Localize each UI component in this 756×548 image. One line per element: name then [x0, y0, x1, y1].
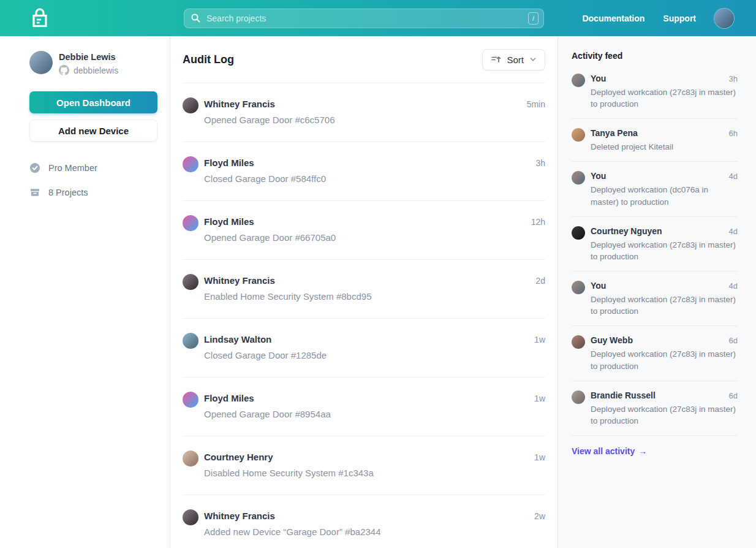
sort-button[interactable]: Sort	[482, 49, 545, 70]
activity-feed-row[interactable]: Brandie Russell 6d Deployed workcation (…	[572, 381, 738, 436]
view-all-activity-link[interactable]: View all activity →	[572, 446, 647, 456]
audit-action-text: Opened Garage Door #c6c5706	[204, 115, 545, 125]
sort-icon	[491, 55, 501, 64]
activity-user-name: Guy Webb	[591, 335, 633, 345]
activity-user-avatar	[572, 171, 585, 185]
audit-log-row[interactable]: Floyd Miles 12h Opened Garage Door #6670…	[183, 201, 545, 260]
audit-user-avatar	[183, 97, 198, 113]
user-name: Debbie Lewis	[59, 51, 118, 62]
archive-icon	[29, 187, 40, 198]
audit-log-panel: Audit Log Sort	[170, 36, 558, 548]
user-handle: debbielewis	[74, 66, 118, 75]
activity-feed-list: You 3h Deployed workcation (27c83j in ma…	[572, 64, 738, 436]
audit-log-row[interactable]: Whitney Francis 5min Opened Garage Door …	[183, 83, 545, 142]
audit-log-row[interactable]: Floyd Miles 3h Closed Garage Door #584ff…	[183, 142, 545, 201]
activity-action-text: Deleted project Kitetail	[591, 141, 738, 153]
header-user-avatar[interactable]	[714, 9, 734, 28]
activity-action-text: Deployed workcation (27c83j in master) t…	[591, 348, 738, 371]
nav-documentation-link[interactable]: Documentation	[582, 13, 644, 23]
badge-check-icon	[29, 162, 40, 173]
audit-user-name: Floyd Miles	[204, 216, 254, 227]
chevron-down-icon	[529, 56, 537, 63]
audit-user-name: Lindsay Walton	[204, 334, 271, 344]
audit-timestamp: 2w	[534, 511, 545, 521]
audit-action-text: Closed Garage Door #1285de	[204, 350, 545, 360]
activity-action-text: Deployed workcation (27c83j in master) t…	[591, 86, 738, 110]
search-bar: /	[184, 9, 544, 28]
activity-user-name: Tanya Pena	[591, 128, 638, 138]
audit-user-avatar	[183, 156, 198, 172]
app-logo[interactable]	[31, 7, 49, 29]
github-icon	[59, 65, 69, 75]
audit-user-name: Courtney Henry	[204, 452, 273, 462]
activity-feed-row[interactable]: You 4d Deployed workcation (dc076a in ma…	[572, 162, 738, 216]
audit-timestamp: 1w	[534, 394, 545, 403]
audit-user-avatar	[183, 274, 198, 290]
audit-user-name: Whitney Francis	[204, 511, 275, 521]
top-nav: Documentation Support	[582, 9, 734, 28]
audit-action-text: Added new Device “Garage Door” #ba2344	[204, 527, 545, 537]
lock-icon	[31, 7, 49, 29]
audit-timestamp: 1w	[534, 452, 545, 462]
nav-support-link[interactable]: Support	[663, 13, 696, 23]
activity-timestamp: 6h	[729, 129, 738, 138]
membership-label: Pro Member	[48, 163, 97, 173]
activity-timestamp: 6d	[729, 391, 738, 400]
audit-timestamp: 12h	[531, 217, 545, 227]
activity-action-text: Deployed workcation (27c83j in master) t…	[591, 403, 738, 427]
activity-timestamp: 3h	[729, 74, 738, 83]
left-sidebar: Debbie Lewis debbielewis Open Dashboard …	[0, 36, 170, 548]
audit-user-name: Whitney Francis	[204, 275, 275, 286]
activity-user-avatar	[572, 281, 585, 294]
audit-timestamp: 1w	[534, 335, 545, 344]
view-all-label: View all activity	[572, 446, 635, 456]
activity-user-avatar	[572, 390, 585, 404]
activity-feed-row[interactable]: You 4d Deployed workcation (27c83j in ma…	[572, 272, 738, 326]
audit-log-list: Whitney Francis 5min Opened Garage Door …	[183, 83, 545, 548]
user-profile: Debbie Lewis debbielewis	[29, 51, 157, 75]
activity-timestamp: 4d	[729, 172, 738, 181]
audit-action-text: Opened Garage Door #66705a0	[204, 232, 545, 243]
activity-timestamp: 6d	[729, 336, 738, 345]
activity-feed-row[interactable]: You 3h Deployed workcation (27c83j in ma…	[572, 64, 738, 119]
activity-timestamp: 4d	[729, 227, 738, 236]
audit-timestamp: 3h	[535, 158, 545, 168]
activity-user-name: You	[591, 171, 606, 181]
audit-log-row[interactable]: Whitney Francis 2d Enabled Home Security…	[183, 260, 545, 319]
search-shortcut-key: /	[528, 12, 539, 25]
audit-user-avatar	[183, 215, 198, 231]
audit-action-text: Disabled Home Security System #1c343a	[204, 468, 545, 478]
projects-label: 8 Projects	[48, 188, 88, 197]
projects-count: 8 Projects	[29, 187, 157, 198]
add-new-device-button[interactable]: Add new Device	[29, 120, 157, 142]
audit-timestamp: 2d	[535, 276, 545, 286]
open-dashboard-button[interactable]: Open Dashboard	[29, 91, 157, 113]
audit-log-row[interactable]: Courtney Henry 1w Disabled Home Security…	[183, 436, 545, 495]
activity-feed-title: Activity feed	[572, 51, 738, 61]
activity-user-name: You	[591, 74, 606, 83]
activity-action-text: Deployed workcation (27c83j in master) t…	[591, 294, 738, 317]
search-icon	[191, 13, 201, 26]
activity-timestamp: 4d	[729, 281, 738, 291]
audit-log-row[interactable]: Floyd Miles 1w Opened Garage Door #8954a…	[183, 378, 545, 436]
audit-action-text: Opened Garage Door #8954aa	[204, 409, 545, 419]
sort-label: Sort	[507, 55, 524, 65]
audit-log-row[interactable]: Lindsay Walton 1w Closed Garage Door #12…	[183, 319, 545, 378]
membership-status: Pro Member	[29, 162, 157, 173]
app-window: / Documentation Support Debbie Lewis deb…	[0, 0, 756, 548]
sidebar-user-avatar[interactable]	[29, 51, 53, 74]
top-bar: / Documentation Support	[0, 0, 756, 36]
activity-feed-row[interactable]: Tanya Pena 6h Deleted project Kitetail	[572, 119, 738, 162]
activity-action-text: Deployed workcation (27c83j in master) t…	[591, 239, 738, 262]
activity-feed-row[interactable]: Courtney Nguyen 4d Deployed workcation (…	[572, 217, 738, 272]
audit-action-text: Closed Garage Door #584ffc0	[204, 173, 545, 184]
search-input[interactable]	[184, 9, 544, 28]
activity-user-name: You	[591, 281, 606, 291]
activity-feed-row[interactable]: Guy Webb 6d Deployed workcation (27c83j …	[572, 326, 738, 381]
arrow-right-icon: →	[638, 446, 647, 456]
page-title: Audit Log	[183, 53, 234, 66]
audit-user-name: Floyd Miles	[204, 393, 254, 403]
activity-action-text: Deployed workcation (dc076a in master) t…	[591, 184, 738, 207]
audit-action-text: Enabled Home Security System #8bcd95	[204, 291, 545, 302]
audit-log-row[interactable]: Whitney Francis 2w Added new Device “Gar…	[183, 495, 545, 548]
